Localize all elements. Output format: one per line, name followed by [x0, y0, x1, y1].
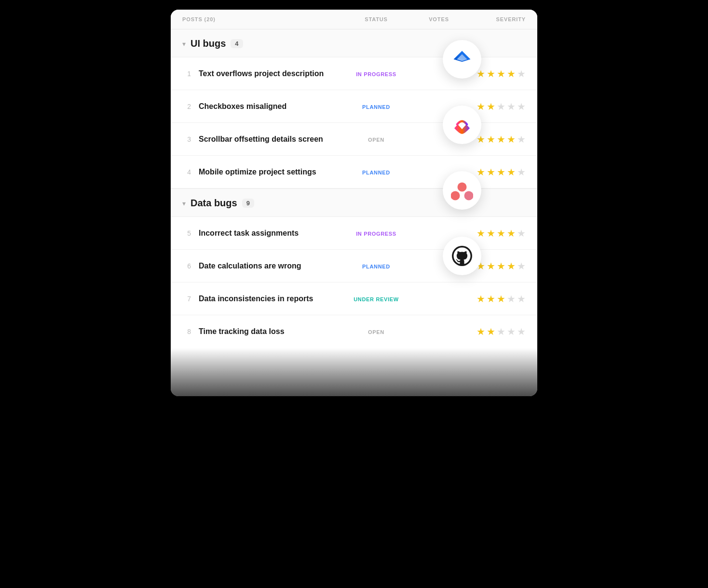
star-1-4: ★: [507, 69, 516, 79]
row-title-8: Time tracking data loss: [199, 327, 285, 336]
star-4-3: ★: [497, 167, 505, 177]
status-badge-8: OPEN: [368, 329, 384, 335]
table-row: 3 Scrollbar offsetting details screen OP…: [171, 123, 537, 156]
status-cell-5: IN PROGRESS: [338, 229, 415, 238]
row-main-3: 3 Scrollbar offsetting details screen: [182, 135, 338, 144]
star-7-5: ★: [517, 294, 526, 304]
table-row: 4 Mobile optimize project settings PLANN…: [171, 156, 537, 188]
star-7-2: ★: [487, 294, 495, 304]
star-3-2: ★: [487, 134, 495, 144]
row-title-1: Text overflows project description: [199, 69, 324, 78]
status-cell-3: OPEN: [338, 135, 415, 144]
row-main-4: 4 Mobile optimize project settings: [182, 168, 338, 176]
group-header-ui-bugs: ▾ UI bugs 4: [171, 29, 537, 57]
row-main-8: 8 Time tracking data loss: [182, 327, 338, 336]
star-1-2: ★: [487, 69, 495, 79]
row-title-7: Data inconsistencies in reports: [199, 294, 313, 303]
star-3-5: ★: [517, 134, 526, 144]
row-title-3: Scrollbar offsetting details screen: [199, 135, 323, 144]
status-badge-5: IN PROGRESS: [356, 231, 396, 237]
star-3-3: ★: [497, 134, 505, 144]
star-8-4: ★: [507, 327, 516, 336]
row-title-5: Incorrect task assignments: [199, 229, 299, 238]
row-num-2: 2: [182, 103, 191, 110]
status-cell-2: PLANNED: [338, 102, 415, 111]
app-icon-1: [443, 106, 481, 144]
rows-section: ▾ UI bugs 4 1 Text overflows project des…: [171, 29, 537, 348]
row-num-8: 8: [182, 328, 191, 335]
app-icon-3: [443, 237, 481, 275]
table-row: 6 Date calculations are wrong PLANNED ★★…: [171, 250, 537, 282]
star-7-1: ★: [477, 294, 485, 304]
row-num-1: 1: [182, 70, 191, 78]
status-badge-1: IN PROGRESS: [356, 71, 396, 77]
votes-col-label: VOTES: [415, 16, 463, 22]
star-2-3: ★: [497, 102, 505, 111]
row-num-3: 3: [182, 135, 191, 143]
star-6-5: ★: [517, 261, 526, 271]
star-7-3: ★: [497, 294, 505, 304]
table-row: 5 Incorrect task assignments IN PROGRESS…: [171, 217, 537, 250]
status-cell-8: OPEN: [338, 327, 415, 336]
status-cell-6: PLANNED: [338, 262, 415, 270]
star-8-1: ★: [477, 327, 485, 336]
row-num-4: 4: [182, 168, 191, 176]
star-8-2: ★: [487, 327, 495, 336]
star-3-4: ★: [507, 134, 516, 144]
table-row: 8 Time tracking data loss OPEN ★★★★★: [171, 315, 537, 348]
status-cell-7: UNDER REVIEW: [338, 294, 415, 303]
star-4-4: ★: [507, 167, 516, 177]
star-8-3: ★: [497, 327, 505, 336]
app-icon-0: [443, 40, 481, 79]
posts-col-label: POSTS (20): [182, 16, 338, 22]
svg-point-3: [464, 191, 474, 200]
chevron-data-bugs[interactable]: ▾: [182, 200, 186, 207]
status-cell-4: PLANNED: [338, 168, 415, 176]
star-5-2: ★: [487, 228, 495, 238]
star-6-2: ★: [487, 261, 495, 271]
row-title-2: Checkboxes misaligned: [199, 102, 286, 111]
group-title-data-bugs: Data bugs: [191, 198, 237, 209]
row-main-5: 5 Incorrect task assignments: [182, 229, 338, 238]
severity-col-label: SEVERITY: [463, 16, 526, 22]
main-card: POSTS (20) STATUS VOTES SEVERITY: [171, 10, 537, 396]
star-2-2: ★: [487, 102, 495, 111]
star-6-4: ★: [507, 261, 516, 271]
star-5-5: ★: [517, 228, 526, 238]
bottom-overflow: [171, 348, 537, 396]
row-main-1: 1 Text overflows project description: [182, 69, 338, 78]
status-cell-1: IN PROGRESS: [338, 69, 415, 78]
svg-point-2: [451, 191, 460, 200]
table-row: 1 Text overflows project description IN …: [171, 57, 537, 90]
row-title-6: Date calculations are wrong: [199, 262, 301, 270]
row-num-6: 6: [182, 262, 191, 270]
group-count-data-bugs: 9: [242, 199, 254, 208]
row-main-7: 7 Data inconsistencies in reports: [182, 294, 338, 303]
group-count-ui-bugs: 4: [231, 39, 243, 48]
star-5-1: ★: [477, 228, 485, 238]
table-row: 7 Data inconsistencies in reports UNDER …: [171, 282, 537, 315]
star-2-5: ★: [517, 102, 526, 111]
star-2-4: ★: [507, 102, 516, 111]
star-1-5: ★: [517, 69, 526, 79]
star-6-3: ★: [497, 261, 505, 271]
chevron-ui-bugs[interactable]: ▾: [182, 40, 186, 48]
star-4-5: ★: [517, 167, 526, 177]
app-icon-2: [443, 171, 481, 210]
row-main-6: 6 Date calculations are wrong: [182, 262, 338, 270]
star-1-3: ★: [497, 69, 505, 79]
group-header-data-bugs: ▾ Data bugs 9: [171, 188, 537, 217]
row-num-5: 5: [182, 229, 191, 237]
stars-7: ★★★★★: [463, 294, 526, 304]
table-row: 2 Checkboxes misaligned PLANNED ★★★★★: [171, 90, 537, 123]
stars-5: ★★★★★: [463, 228, 526, 238]
status-badge-6: PLANNED: [362, 264, 390, 269]
group-title-ui-bugs: UI bugs: [191, 38, 226, 49]
status-badge-3: OPEN: [368, 137, 384, 143]
stars-8: ★★★★★: [463, 327, 526, 336]
table-header: POSTS (20) STATUS VOTES SEVERITY: [171, 10, 537, 29]
star-4-1: ★: [477, 167, 485, 177]
star-8-5: ★: [517, 327, 526, 336]
status-col-label: STATUS: [338, 16, 415, 22]
status-badge-2: PLANNED: [362, 104, 390, 110]
